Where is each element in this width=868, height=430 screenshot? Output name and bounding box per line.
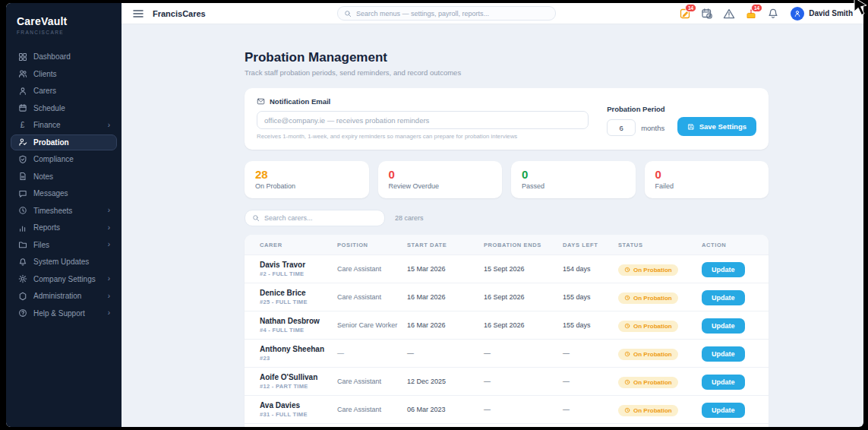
page-title: Probation Management <box>245 50 769 65</box>
carer-search[interactable] <box>245 210 385 226</box>
days-left: 155 days <box>563 293 618 301</box>
carer-id: #25 - FULL TIME <box>260 299 337 305</box>
sidebar-item-messages[interactable]: Messages <box>11 185 117 201</box>
carer-position: Senior Care Worker <box>337 321 407 329</box>
sidebar-item-label: Company Settings <box>33 275 96 283</box>
sidebar-item-system-updates[interactable]: System Updates <box>11 254 117 270</box>
sidebar-item-label: Notes <box>33 172 53 181</box>
sidebar-item-files[interactable]: Files› <box>11 237 117 253</box>
email-label: Notification Email <box>270 97 330 106</box>
carer-name: Davis Travor <box>260 261 337 269</box>
sidebar-item-label: System Updates <box>33 258 89 266</box>
clock-icon <box>624 323 630 329</box>
sidebar-item-clients[interactable]: Clients <box>11 66 117 82</box>
sidebar-item-help-support[interactable]: Help & Support› <box>11 305 117 321</box>
sidebar-item-schedule[interactable]: Schedule <box>11 100 117 116</box>
sidebar-item-label: Carers <box>33 87 56 95</box>
sidebar-nav: Dashboard Clients Carers Schedule £Finan… <box>6 49 122 321</box>
chevron-right-icon: › <box>108 309 110 317</box>
probation-ends: — <box>484 406 563 413</box>
sidebar-item-compliance[interactable]: Compliance <box>11 151 117 167</box>
probation-ends: — <box>484 378 563 385</box>
carer-id: #2 - FULL TIME <box>260 270 337 277</box>
menu-icon[interactable] <box>132 8 144 20</box>
col-header-position: Position <box>337 242 407 248</box>
sidebar-item-label: Dashboard <box>33 52 71 61</box>
carer-id: #23 <box>260 355 337 362</box>
sidebar-item-company-settings[interactable]: Company Settings› <box>11 271 117 287</box>
user-icon <box>17 86 27 96</box>
sidebar-item-carers[interactable]: Carers <box>11 83 117 99</box>
clock-icon <box>17 206 27 216</box>
carer-id: #31 - FULL TIME <box>260 411 337 418</box>
sidebar-item-label: Schedule <box>33 104 65 112</box>
sidebar-item-finance[interactable]: £Finance› <box>11 117 117 133</box>
sidebar-item-reports[interactable]: Reports› <box>11 220 117 236</box>
col-header-start-date: Start Date <box>407 242 484 248</box>
table-row: Nathan Desbrow#4 - FULL TIME Senior Care… <box>245 311 769 339</box>
col-header-status: Status <box>618 242 702 248</box>
edit-note-icon[interactable]: 14 <box>679 8 691 20</box>
start-date: 12 Dec 2025 <box>407 378 484 385</box>
sidebar-item-administration[interactable]: Administration› <box>11 288 117 304</box>
birthday-cake-icon[interactable]: 14 <box>745 8 757 20</box>
main-area: FrancisCares 14 14 David Smith Probation… <box>122 3 863 427</box>
user-menu[interactable]: David Smith <box>791 7 853 21</box>
calendar-icon <box>17 103 27 113</box>
update-button[interactable]: Update <box>702 375 745 390</box>
stat-on-probation: 28On Probation <box>245 161 369 198</box>
bell-icon <box>17 257 27 267</box>
sidebar-item-label: Clients <box>33 70 57 78</box>
carer-name: Aoife O'Sullivan <box>260 373 337 381</box>
carer-search-input[interactable] <box>264 214 377 222</box>
clock-icon <box>624 267 630 273</box>
users-icon <box>17 69 27 79</box>
calendar-clock-icon[interactable] <box>701 8 713 20</box>
shield-icon <box>17 291 27 301</box>
sidebar-item-timesheets[interactable]: Timesheets› <box>11 203 117 219</box>
global-search[interactable] <box>337 6 556 21</box>
status-badge: On Probation <box>618 292 678 304</box>
period-unit-label: months <box>641 124 664 132</box>
update-button[interactable]: Update <box>702 262 745 277</box>
search-icon <box>344 10 352 17</box>
days-left: — <box>563 349 618 357</box>
brand-block: CareVault FRANCISCARE <box>6 12 122 41</box>
sidebar-item-notes[interactable]: Notes <box>11 169 117 185</box>
update-button[interactable]: Update <box>702 403 745 418</box>
probation-period-label: Probation Period <box>607 105 665 113</box>
clock-icon <box>624 295 630 301</box>
update-button[interactable]: Update <box>702 346 745 362</box>
sidebar-item-label: Probation <box>33 138 69 147</box>
save-settings-button[interactable]: Save Settings <box>677 117 756 136</box>
probation-period-field[interactable] <box>607 119 636 136</box>
sidebar-item-probation[interactable]: Probation <box>11 134 117 150</box>
stat-label: Failed <box>655 182 759 190</box>
chevron-right-icon: › <box>108 275 110 283</box>
carer-name: Denice Brice <box>260 289 337 297</box>
carer-position: Care Assistant <box>337 378 407 385</box>
carer-position: — <box>337 349 407 357</box>
carer-name: Anthony Sheehan <box>260 345 337 353</box>
probation-table: Carer Position Start Date Probation Ends… <box>245 235 769 427</box>
save-icon <box>687 123 695 131</box>
sidebar-item-label: Administration <box>33 292 81 300</box>
stat-review-overdue: 0Review Overdue <box>378 161 503 198</box>
sidebar-item-dashboard[interactable]: Dashboard <box>11 49 117 65</box>
alert-triangle-icon[interactable] <box>723 8 735 20</box>
update-button[interactable]: Update <box>702 318 745 334</box>
chevron-right-icon: › <box>108 122 110 129</box>
table-row: Aoife O'Sullivan#12 - PART TIME Care Ass… <box>245 367 769 395</box>
notification-email-field[interactable] <box>257 111 589 129</box>
user-name: David Smith <box>809 9 853 17</box>
carer-position: Care Assistant <box>337 265 407 273</box>
sidebar-item-label: Timesheets <box>33 207 72 215</box>
col-header-probation-ends: Probation Ends <box>484 242 563 248</box>
email-help-text: Receives 1-month, 1-week, and expiry rem… <box>257 133 589 140</box>
global-search-input[interactable] <box>356 10 549 17</box>
carer-count: 28 carers <box>395 214 424 222</box>
avatar <box>791 7 804 21</box>
bell-icon[interactable] <box>767 8 779 20</box>
update-button[interactable]: Update <box>702 290 745 305</box>
envelope-icon <box>257 97 265 106</box>
